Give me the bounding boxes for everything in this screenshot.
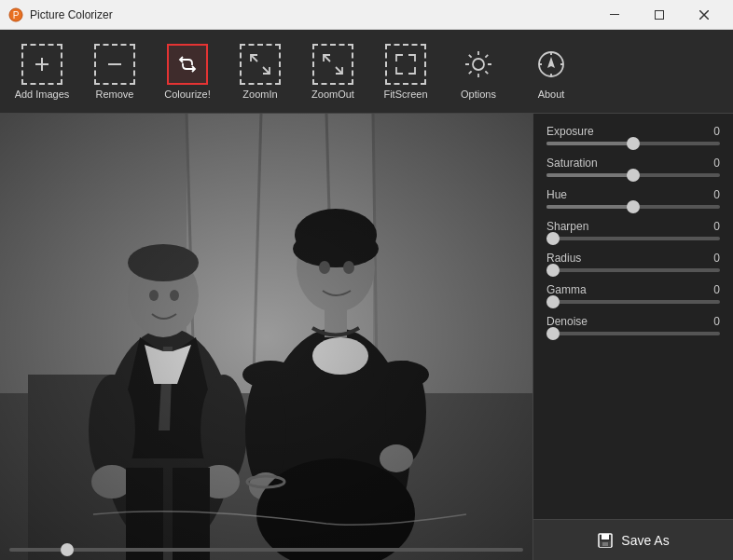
app-icon: P	[7, 7, 24, 23]
title-bar: P Picture Colorizer	[0, 0, 733, 30]
sharpen-track[interactable]	[546, 237, 720, 240]
gamma-track[interactable]	[546, 300, 720, 304]
saturation-value: 0	[713, 157, 720, 170]
add-images-button[interactable]: Add Images	[9, 34, 75, 109]
about-label: About	[538, 89, 565, 100]
main-layout: Exposure 0 Saturation 0	[0, 114, 733, 560]
radius-header: Radius 0	[546, 252, 720, 265]
options-icon	[458, 44, 499, 85]
radius-value: 0	[713, 252, 720, 265]
remove-label: Remove	[96, 89, 134, 100]
denoise-thumb[interactable]	[546, 327, 560, 340]
hue-slider-row: Hue 0	[546, 188, 720, 209]
colourize-label: Colourize!	[164, 89, 211, 100]
about-icon	[531, 44, 572, 85]
zoom-in-button[interactable]: ZoomIn	[228, 34, 293, 109]
radius-label: Radius	[546, 252, 581, 265]
svg-rect-60	[602, 542, 608, 546]
denoise-track[interactable]	[546, 332, 720, 335]
svg-rect-56	[0, 114, 532, 560]
remove-button[interactable]: Remove	[82, 34, 147, 109]
zoom-in-label: ZoomIn	[242, 89, 277, 100]
sharpen-value: 0	[713, 220, 720, 233]
toolbar: Add Images Remove Colourize!	[0, 30, 733, 114]
zoom-out-icon	[312, 44, 353, 85]
zoom-in-icon	[240, 44, 281, 85]
exposure-label: Exposure	[546, 125, 594, 138]
sliders-area: Exposure 0 Saturation 0	[533, 114, 733, 519]
app-title: Picture Colorizer	[30, 8, 593, 21]
fit-screen-label: FitScreen	[383, 89, 427, 100]
saturation-header: Saturation 0	[546, 157, 720, 170]
sharpen-thumb[interactable]	[546, 232, 560, 245]
save-as-area: Save As	[533, 519, 733, 560]
svg-rect-58	[602, 534, 609, 540]
svg-line-10	[263, 67, 270, 74]
gamma-header: Gamma 0	[546, 283, 720, 296]
exposure-header: Exposure 0	[546, 125, 720, 138]
radius-track[interactable]	[546, 268, 720, 272]
saturation-label: Saturation	[546, 157, 598, 170]
about-button[interactable]: About	[519, 34, 584, 109]
gamma-thumb[interactable]	[546, 295, 560, 308]
denoise-header: Denoise 0	[546, 315, 720, 328]
scrollbar-track[interactable]	[9, 548, 523, 552]
denoise-value: 0	[713, 315, 720, 328]
save-icon	[597, 532, 614, 549]
photo-display	[0, 114, 532, 560]
hue-thumb[interactable]	[627, 200, 640, 213]
hue-label: Hue	[546, 188, 567, 201]
hue-value: 0	[713, 188, 720, 201]
svg-line-12	[336, 67, 342, 74]
colourize-button[interactable]: Colourize!	[155, 34, 220, 109]
svg-point-13	[473, 59, 484, 70]
scrollbar-thumb[interactable]	[61, 543, 74, 556]
radius-slider-row: Radius 0	[546, 252, 720, 272]
exposure-track[interactable]	[546, 142, 720, 145]
remove-icon	[94, 44, 135, 85]
colourize-icon	[167, 44, 208, 85]
saturation-thumb[interactable]	[627, 169, 640, 182]
gamma-value: 0	[713, 283, 720, 296]
zoom-out-button[interactable]: ZoomOut	[300, 34, 366, 109]
sharpen-slider-row: Sharpen 0	[546, 220, 720, 240]
options-button[interactable]: Options	[446, 34, 511, 109]
right-panel: Exposure 0 Saturation 0	[532, 114, 733, 560]
image-scrollbar[interactable]	[0, 545, 532, 554]
svg-rect-3	[656, 10, 664, 19]
svg-rect-2	[610, 14, 619, 15]
maximize-button[interactable]	[638, 0, 681, 30]
image-area[interactable]	[0, 114, 532, 560]
svg-marker-15	[547, 57, 555, 68]
saturation-slider-row: Saturation 0	[546, 157, 720, 177]
exposure-slider-row: Exposure 0	[546, 125, 720, 145]
minimize-button[interactable]	[593, 0, 636, 30]
radius-thumb[interactable]	[546, 264, 560, 277]
add-images-icon	[21, 44, 62, 85]
fit-screen-button[interactable]: FitScreen	[373, 34, 438, 109]
svg-line-11	[324, 55, 330, 61]
exposure-value: 0	[713, 125, 720, 138]
close-button[interactable]	[683, 0, 726, 30]
hue-header: Hue 0	[546, 188, 720, 201]
options-label: Options	[461, 89, 496, 100]
add-images-label: Add Images	[15, 89, 70, 100]
svg-line-9	[251, 55, 257, 61]
sharpen-header: Sharpen 0	[546, 220, 720, 233]
denoise-label: Denoise	[546, 315, 588, 328]
saturation-track[interactable]	[546, 173, 720, 177]
save-as-button[interactable]: Save As	[533, 525, 733, 556]
gamma-label: Gamma	[546, 283, 587, 296]
zoom-out-label: ZoomOut	[311, 89, 354, 100]
exposure-thumb[interactable]	[627, 137, 640, 150]
hue-track[interactable]	[546, 205, 720, 209]
sharpen-label: Sharpen	[546, 220, 588, 233]
title-bar-controls	[593, 0, 726, 30]
svg-text:P: P	[13, 10, 20, 20]
save-as-label: Save As	[621, 533, 669, 548]
fit-screen-icon	[385, 44, 426, 85]
denoise-slider-row: Denoise 0	[546, 315, 720, 335]
gamma-slider-row: Gamma 0	[546, 283, 720, 304]
